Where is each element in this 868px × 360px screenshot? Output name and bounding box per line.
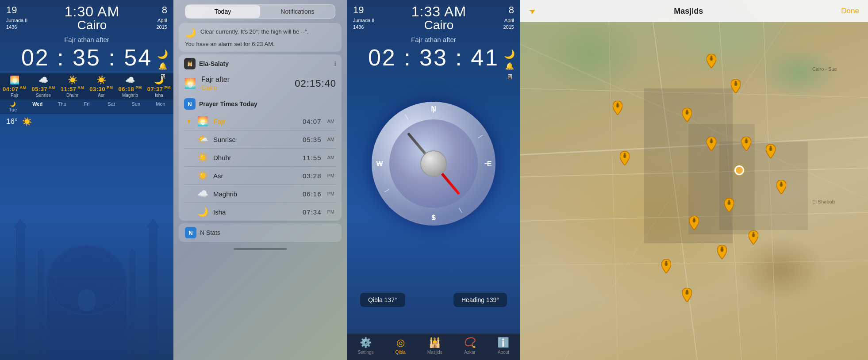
pin-svg [620,151,630,165]
p1-temp-bar: 16° ☀️ [0,114,173,129]
pt-time: 06:18 PM [118,85,142,92]
p1-city: Cairo [65,18,119,32]
prayer-time-item-asr: ☀️ 03:30 PM Asr [89,75,113,98]
week-day-wed: Wed [31,101,44,112]
prayer-time-val: 03:28 [303,172,322,180]
svg-rect-73 [721,247,723,252]
weather-text: Clear currently. It's 20°; the high will… [200,27,309,36]
tab-today[interactable]: Today [185,5,260,18]
nav-item-azkar[interactable]: 📿 Azkar [464,337,476,355]
weather-moon-icon: 🌙 [185,27,196,38]
map-pin-1[interactable] [731,79,741,95]
panel3-date-right: 8 April 2015 [503,4,514,31]
map-pin-0[interactable] [707,54,716,70]
pt-time: 05:37 AM [31,85,55,92]
svg-line-14 [478,134,483,140]
map-pin-3[interactable] [707,137,716,153]
map-pin-14[interactable] [749,230,758,246]
nav-item-qibla[interactable]: ◎ Qibla [396,337,406,355]
prayer-section-header: N Prayer Times Today [179,96,342,112]
svg-line-37 [520,261,868,265]
p1-temp: 16° [6,117,18,126]
tab-notifications[interactable]: Notifications [260,5,335,18]
svg-text:S: S [431,214,436,222]
week-day-sat: Sat [105,101,118,112]
map-pin-2[interactable] [682,108,692,124]
svg-text:E: E [487,160,492,168]
map-pin-7[interactable] [724,198,734,214]
pt-time: 03:30 PM [89,85,113,92]
panel1-header: 19 Jumada II 1436 1:30 AM Cairo 8 April … [0,0,173,32]
n-stats-bar: N N Stats [179,223,342,242]
pin-svg [724,198,734,212]
prayer-time-item-sunrise: ☁️ 05:37 AM Sunrise [31,75,55,98]
pt-icon: ☀️ [89,75,113,85]
prayer-time-item-dhuhr: ☀️ 11:57 AM Dhuhr [61,75,84,98]
toggle-bar: Today Notifications [173,0,347,21]
prayer-ampm: PM [327,173,335,178]
map-pin-13[interactable] [613,101,622,117]
map-header: ➤ Masjids Done [520,0,868,22]
svg-rect-4 [149,227,157,360]
pin-svg [682,288,692,302]
pt-ampm: AM [47,85,55,90]
map-pin-6[interactable] [776,180,786,196]
map-done-button[interactable]: Done [841,7,859,15]
panel2-today: Today Notifications 🌙 Clear currently. I… [173,0,347,360]
prayer-name: Asr [213,172,298,180]
fajr-sun-icon: 🌅 [184,78,196,89]
week-day-label: Tue [6,107,19,112]
svg-rect-88 [753,233,754,237]
svg-rect-55 [711,139,712,143]
map-pin-12[interactable] [620,151,630,167]
panel1-date-right: 8 April 2015 [157,4,167,31]
ela-title: Ela-Salaty [199,60,229,67]
map-pin-11[interactable] [682,288,692,304]
pin-svg [731,79,741,93]
prayer-icon: 🌙 [196,207,209,217]
svg-line-34 [609,22,618,360]
compass-center [420,150,447,177]
pt-time: 07:37 PM [147,85,171,92]
nav-item-masjids[interactable]: 🕌 Masjids [427,337,442,355]
pt-time: 11:57 AM [61,85,84,92]
pt-ampm: AM [77,85,84,90]
nav-item-about[interactable]: ℹ️ About [497,337,509,355]
svg-rect-67 [728,200,730,205]
panel1-date-left: 19 Jumada II 1436 [6,4,27,31]
svg-rect-58 [745,139,747,143]
map-pin-8[interactable] [689,216,699,232]
svg-rect-42 [719,142,808,230]
svg-text:W: W [376,160,383,168]
svg-marker-7 [37,247,45,254]
map-pin-9[interactable] [717,245,727,261]
map-pin-4[interactable] [741,137,751,153]
prayer-ampm: PM [327,191,335,196]
pt-ampm: PM [105,85,113,90]
p3-fajr-label: Fajr athan after [347,36,520,43]
prayer-ampm: PM [327,209,335,214]
prayer-icon: ☁️ [196,188,209,199]
nav-label: Settings [357,350,373,355]
weather-widget: 🌙 Clear currently. It's 20°; the high wi… [179,23,342,52]
p3-hijri-year: 1436 [353,24,374,31]
week-day-tue: 🌙Tue [6,101,19,112]
svg-rect-52 [686,110,688,115]
compass-outer: N S E W [372,102,495,226]
svg-rect-70 [693,218,695,222]
home-indicator [173,245,347,253]
p1-week-bar: 🌙TueWedThuFriSatSunMon [0,100,173,114]
panel1-time-center: 1:30 AM Cairo [65,4,119,32]
svg-marker-9 [128,247,136,254]
svg-rect-76 [665,261,667,266]
prayer-section-title: Prayer Times Today [199,100,257,107]
svg-rect-8 [129,254,135,360]
nav-item-settings[interactable]: ⚙️ Settings [357,337,373,355]
svg-rect-6 [38,254,44,360]
map-pin-10[interactable] [661,259,671,275]
prayer-icon: ☀️ [196,170,209,181]
svg-rect-61 [770,146,772,151]
map-pin-5[interactable] [766,144,776,160]
pt-name: Fajr [3,93,26,98]
p1-time: 1:30 AM [65,4,119,20]
